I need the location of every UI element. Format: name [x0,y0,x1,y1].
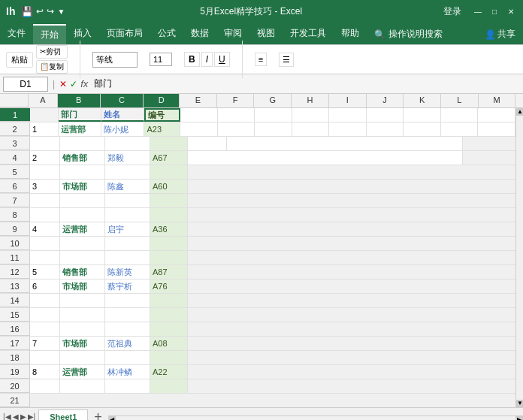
cell-b5[interactable] [60,165,105,179]
cell-c8[interactable] [105,208,150,222]
cell-d20[interactable] [150,379,188,393]
cell-b10[interactable] [60,237,105,250]
col-header-g[interactable]: G [254,94,292,107]
cell-c9[interactable]: 启宇 [105,222,150,236]
cell-b9[interactable]: 运营部 [60,222,105,236]
tab-developer[interactable]: 开发工具 [283,24,334,44]
cell-d12[interactable]: A87 [150,265,188,279]
cell-k1[interactable] [404,108,441,122]
col-header-i[interactable]: I [329,94,367,107]
cell-c3[interactable] [105,137,150,150]
cell-d19[interactable]: A22 [150,365,188,379]
tab-page-layout[interactable]: 页面布局 [99,24,150,44]
cell-m2[interactable] [478,122,515,136]
cell-b14[interactable] [60,294,105,307]
cell-c18[interactable] [105,351,150,364]
cell-c14[interactable] [105,294,150,307]
col-header-h[interactable]: H [292,94,329,107]
cell-a4[interactable]: 2 [30,151,60,165]
col-header-j[interactable]: J [367,94,404,107]
tab-file[interactable]: 文件 [0,24,33,44]
cell-b13[interactable]: 市场部 [60,279,105,293]
cell-g1[interactable] [255,108,292,122]
cell-b19[interactable]: 运营部 [60,365,105,379]
cell-c10[interactable] [105,237,150,250]
row-header-2[interactable]: 2 [0,122,30,136]
cell-c17[interactable]: 范祖典 [105,337,150,350]
cell-c11[interactable] [105,251,150,264]
cell-c15[interactable] [105,308,150,322]
tab-home[interactable]: 开始 [33,24,66,44]
cell-c19[interactable]: 林冲鳞 [105,365,150,379]
cell-b20[interactable] [60,379,105,393]
formula-confirm[interactable]: ✓ [70,79,77,89]
cell-c13[interactable]: 蔡宇析 [105,279,150,293]
cell-b16[interactable] [60,322,105,336]
cell-g2[interactable] [255,122,292,136]
cell-a3[interactable] [30,137,60,150]
cell-d4[interactable]: A67 [150,151,188,165]
cell-b7[interactable] [60,194,105,207]
row-header-5[interactable]: 5 [0,165,30,179]
row-header-1[interactable]: 1 [0,108,30,122]
cell-c2[interactable]: 陈小妮 [101,122,144,136]
tab-help[interactable]: 帮助 [334,24,367,44]
cell-j1[interactable] [367,108,404,122]
close-button[interactable]: ✕ [505,5,517,17]
row-header-9[interactable]: 9 [0,222,30,236]
col-header-f[interactable]: F [217,94,255,107]
row-header-11[interactable]: 11 [0,251,30,264]
cell-a8[interactable] [30,208,60,222]
row-header-16[interactable]: 16 [0,322,30,336]
row-header-18[interactable]: 18 [0,351,30,364]
cell-c4[interactable]: 郑毅 [105,151,150,165]
tab-insert[interactable]: 插入 [66,24,99,44]
cell-d1[interactable]: 编号 [144,108,180,122]
col-header-b[interactable]: B [58,94,101,107]
font-name-select[interactable]: 等线 [92,52,138,68]
row-header-21[interactable]: 21 [0,394,30,407]
row-header-20[interactable]: 20 [0,379,30,393]
cell-h2[interactable] [292,122,330,136]
cell-c7[interactable] [105,194,150,207]
bold-button[interactable]: B [184,52,200,67]
cell-m1[interactable] [478,108,515,122]
align-left-button[interactable]: ≡ [255,53,267,66]
cell-a18[interactable] [30,351,60,364]
row-header-7[interactable]: 7 [0,194,30,207]
row-header-19[interactable]: 19 [0,365,30,379]
cell-d5[interactable] [150,165,188,179]
cell-k2[interactable] [404,122,441,136]
col-header-k[interactable]: K [404,94,441,107]
col-header-e[interactable]: E [180,94,217,107]
italic-button[interactable]: I [201,52,213,67]
copy-button[interactable]: 📋复制 [36,60,68,74]
cell-d7[interactable] [150,194,188,207]
scroll-right-button[interactable]: ▶ [515,416,523,421]
cell-b15[interactable] [60,308,105,322]
cell-j2[interactable] [367,122,404,136]
name-box[interactable] [3,77,48,92]
cell-b17[interactable]: 市场部 [60,337,105,350]
cell-d14[interactable] [150,294,188,307]
share-button[interactable]: 👤共享 [477,24,523,44]
cell-b11[interactable] [60,251,105,264]
cell-a10[interactable] [30,237,60,250]
tab-view[interactable]: 视图 [249,24,283,44]
cell-d13[interactable]: A76 [150,279,188,293]
add-sheet-button[interactable]: + [88,408,108,421]
maximize-button[interactable]: □ [488,5,500,17]
cell-d17[interactable]: A08 [150,337,188,350]
row-header-12[interactable]: 12 [0,265,30,279]
cell-d11[interactable] [150,251,188,264]
cell-b2[interactable]: 运营部 [59,122,101,136]
cell-b8[interactable] [60,208,105,222]
cell-a12[interactable]: 5 [30,265,60,279]
cell-d15[interactable] [150,308,188,322]
cell-i2[interactable] [329,122,367,136]
cell-l2[interactable] [441,122,479,136]
horizontal-scrollbar[interactable]: ◀ ▶ [108,415,523,420]
row-header-10[interactable]: 10 [0,237,30,250]
cell-d2[interactable]: A23 [144,122,180,136]
cell-d9[interactable]: A36 [150,222,188,236]
